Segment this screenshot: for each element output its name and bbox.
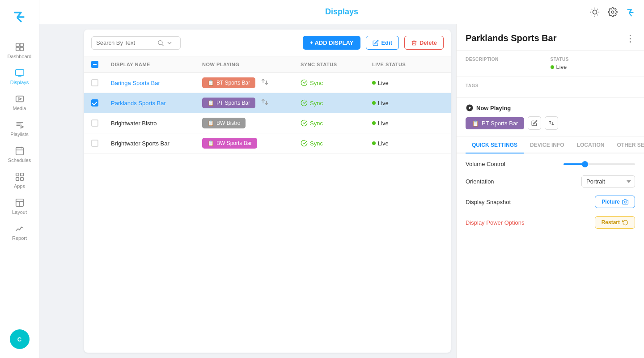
sidebar-logo[interactable] <box>8 4 32 30</box>
tab-quick-settings[interactable]: QUICK SETTINGS <box>466 136 524 153</box>
sidebar-item-displays[interactable]: Displays <box>0 64 39 90</box>
svg-line-27 <box>592 9 592 9</box>
more-options-icon[interactable]: ⋮ <box>626 33 635 44</box>
topbar-logo-icon[interactable] <box>624 6 637 18</box>
sidebar-item-media[interactable]: Media <box>0 90 39 115</box>
display-name-bw-sports[interactable]: Brightwater Sports Bar <box>111 140 202 147</box>
settings-tabs: QUICK SETTINGS DEVICE INFO LOCATION OTHE… <box>457 136 644 153</box>
restart-label: Restart <box>602 219 620 226</box>
picture-button[interactable]: Picture <box>595 196 635 208</box>
svg-point-33 <box>611 11 614 13</box>
edit-now-playing-button[interactable] <box>528 116 541 130</box>
sidebar-item-playlists[interactable]: Playlists <box>0 115 39 141</box>
svg-rect-18 <box>20 173 23 176</box>
tab-device-info[interactable]: DEVICE INFO <box>524 136 571 153</box>
now-playing-badge-large: 📋 PT Sports Bar <box>466 117 524 129</box>
topbar-title: Displays <box>325 7 358 17</box>
edit-button[interactable]: Edit <box>366 36 399 50</box>
display-name-baringa[interactable]: Baringa Sports Bar <box>111 80 202 86</box>
live-status-bistro: Live <box>372 120 444 127</box>
sidebar-canva-label: C <box>17 336 21 343</box>
sync-status-bw-sports: Sync <box>301 140 372 147</box>
svg-line-31 <box>592 14 592 15</box>
table-header: DISPLAY NAME NOW PLAYING SYNC STATUS LIV… <box>84 56 451 73</box>
svg-marker-8 <box>19 98 21 100</box>
sync-status-baringa: Sync <box>301 79 372 86</box>
now-playing-badge-bw-sports: 📋 BW Sports Bar <box>202 138 257 149</box>
search-icon[interactable] <box>157 39 164 47</box>
topbar: Displays <box>39 0 644 24</box>
snapshot-row: Display Snapshot Picture <box>466 196 635 208</box>
svg-rect-1 <box>20 43 23 47</box>
tags-section: TAGS <box>457 77 644 98</box>
search-input[interactable] <box>96 39 154 46</box>
restart-icon <box>622 219 628 226</box>
row-checkbox-baringa[interactable] <box>91 79 111 86</box>
orientation-label: Orientation <box>466 178 494 185</box>
volume-slider-thumb[interactable] <box>582 161 588 167</box>
table-row[interactable]: Brightwater Sports Bar 📋 BW Sports Bar S… <box>84 133 451 153</box>
col-display-name: DISPLAY NAME <box>111 62 202 67</box>
col-now-playing: NOW PLAYING <box>202 62 301 67</box>
swap-icon-parklands[interactable] <box>261 98 269 108</box>
tab-other-settings[interactable]: OTHER SETTINGS <box>610 136 644 153</box>
svg-rect-3 <box>20 47 23 51</box>
table-body: Baringa Sports Bar 📋 BT Sports Bar <box>84 73 451 353</box>
table-row[interactable]: Baringa Sports Bar 📋 BT Sports Bar <box>84 73 451 93</box>
swap-icon-baringa[interactable] <box>261 78 269 88</box>
svg-marker-11 <box>21 126 23 128</box>
status-label: STATUS <box>551 57 636 62</box>
svg-rect-19 <box>20 178 23 180</box>
gear-icon[interactable] <box>606 6 619 18</box>
sidebar-item-dashboard[interactable]: Dashboard <box>0 38 39 64</box>
power-row: Display Power Options Restart <box>466 216 635 229</box>
power-link[interactable]: Display Power Options <box>466 219 525 226</box>
swap-now-playing-button[interactable] <box>545 116 558 130</box>
sidebar-item-schedules-label: Schedules <box>8 158 31 163</box>
status-value: Live <box>551 64 636 70</box>
table-row[interactable]: Brightwater Bistro 📋 BW Bistro Sync <box>84 113 451 133</box>
now-playing-section: Now Playing 📋 PT Sports Bar <box>457 98 644 136</box>
playlist-icon: 📋 <box>208 100 214 106</box>
live-status-baringa: Live <box>372 80 444 86</box>
sidebar-item-apps-label: Apps <box>14 183 25 189</box>
restart-button[interactable]: Restart <box>595 216 635 229</box>
col-sync-status: SYNC STATUS <box>301 62 372 67</box>
live-status-dot <box>551 65 554 69</box>
orientation-select[interactable]: Portrait Landscape <box>581 175 635 188</box>
row-checkbox-bw-sports[interactable] <box>91 140 111 147</box>
sidebar-item-layout[interactable]: Layout <box>0 193 39 219</box>
now-playing-badge-bistro: 📋 BW Bistro <box>202 118 246 128</box>
quick-settings-section: Volume Control Orientation Portrait Land… <box>457 153 644 244</box>
table-row[interactable]: Parklands Sports Bar 📋 PT Sports Bar <box>84 93 451 113</box>
tags-label: TAGS <box>466 83 635 88</box>
tab-location[interactable]: LOCATION <box>571 136 611 153</box>
sidebar-canva-button[interactable]: C <box>10 329 30 349</box>
sidebar-item-media-label: Media <box>13 106 26 111</box>
display-name-bistro[interactable]: Brightwater Bistro <box>111 120 202 127</box>
row-checkbox-bistro[interactable] <box>91 119 111 127</box>
sidebar-item-schedules[interactable]: Schedules <box>0 141 39 167</box>
row-checkbox-parklands[interactable] <box>91 99 111 107</box>
table-panel: + ADD DISPLAY Edit Delete <box>84 30 451 353</box>
sidebar-item-report[interactable]: Report <box>0 219 39 245</box>
svg-point-24 <box>593 10 597 14</box>
description-label: DESCRIPTION <box>466 57 551 62</box>
chevron-down-icon[interactable] <box>166 39 173 47</box>
svg-rect-13 <box>16 148 23 155</box>
add-display-button[interactable]: + ADD DISPLAY <box>303 36 361 50</box>
select-all-checkbox[interactable] <box>91 61 111 68</box>
delete-button[interactable]: Delete <box>404 36 444 50</box>
sidebar-item-apps[interactable]: Apps <box>0 167 39 193</box>
right-panel-header: Parklands Sports Bar ⋮ <box>457 24 644 51</box>
picture-label: Picture <box>602 199 620 205</box>
volume-slider-track[interactable] <box>564 163 635 165</box>
now-playing-text: Now Playing <box>476 105 511 111</box>
sidebar-item-dashboard-label: Dashboard <box>8 54 32 59</box>
right-panel-meta: DESCRIPTION STATUS Live <box>457 51 644 77</box>
sidebar-item-report-label: Report <box>12 235 27 241</box>
edit-label: Edit <box>381 39 392 46</box>
brightness-icon[interactable] <box>589 6 601 18</box>
display-name-parklands[interactable]: Parklands Sports Bar <box>111 100 202 107</box>
svg-line-35 <box>162 44 164 46</box>
